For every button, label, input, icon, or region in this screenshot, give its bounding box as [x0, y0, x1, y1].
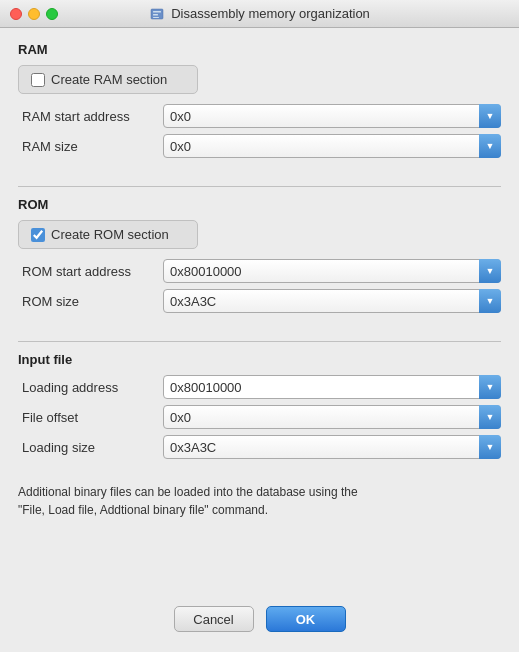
- loading-size-label: Loading size: [18, 440, 163, 455]
- ram-label: RAM: [18, 42, 501, 57]
- info-text-block: Additional binary files can be loaded in…: [18, 483, 501, 596]
- loading-size-wrapper: 0x3A3C: [163, 435, 501, 459]
- ram-start-address-wrapper: 0x0: [163, 104, 501, 128]
- button-row: Cancel OK: [18, 596, 501, 638]
- loading-size-row: Loading size 0x3A3C: [18, 435, 501, 459]
- file-offset-wrapper: 0x0: [163, 405, 501, 429]
- file-offset-row: File offset 0x0: [18, 405, 501, 429]
- loading-address-label: Loading address: [18, 380, 163, 395]
- input-file-section: Input file Loading address File offset 0…: [18, 352, 501, 465]
- loading-size-select[interactable]: 0x3A3C: [163, 435, 501, 459]
- rom-size-row: ROM size 0x3A3C: [18, 289, 501, 313]
- create-ram-checkbox[interactable]: [31, 73, 45, 87]
- input-file-label: Input file: [18, 352, 501, 367]
- create-ram-label: Create RAM section: [51, 72, 167, 87]
- rom-size-wrapper: 0x3A3C: [163, 289, 501, 313]
- titlebar: Disassembly memory organization: [0, 0, 519, 28]
- maximize-button[interactable]: [46, 8, 58, 20]
- create-ram-checkbox-row[interactable]: Create RAM section: [18, 65, 198, 94]
- ram-size-row: RAM size 0x0: [18, 134, 501, 158]
- close-button[interactable]: [10, 8, 22, 20]
- create-rom-checkbox[interactable]: [31, 228, 45, 242]
- file-offset-select[interactable]: 0x0: [163, 405, 501, 429]
- ram-start-address-label: RAM start address: [18, 109, 163, 124]
- ram-size-select[interactable]: 0x0: [163, 134, 501, 158]
- loading-address-wrapper: [163, 375, 501, 399]
- ram-section: RAM Create RAM section RAM start address…: [18, 42, 501, 164]
- rom-section: ROM Create ROM section ROM start address…: [18, 197, 501, 319]
- cancel-button[interactable]: Cancel: [174, 606, 254, 632]
- rom-start-address-label: ROM start address: [18, 264, 163, 279]
- rom-inputfile-divider: [18, 341, 501, 342]
- window-title: Disassembly memory organization: [171, 6, 370, 21]
- loading-address-input[interactable]: [163, 375, 501, 399]
- rom-start-address-row: ROM start address 0x80010000: [18, 259, 501, 283]
- rom-start-address-select[interactable]: 0x80010000: [163, 259, 501, 283]
- ram-rom-divider: [18, 186, 501, 187]
- info-line2: "File, Load file, Addtional binary file"…: [18, 503, 268, 517]
- titlebar-icon: [149, 6, 165, 22]
- rom-label: ROM: [18, 197, 501, 212]
- rom-size-select[interactable]: 0x3A3C: [163, 289, 501, 313]
- svg-rect-1: [153, 11, 161, 13]
- window-controls[interactable]: [10, 8, 58, 20]
- ram-size-label: RAM size: [18, 139, 163, 154]
- rom-start-address-wrapper: 0x80010000: [163, 259, 501, 283]
- svg-rect-2: [153, 14, 158, 16]
- ram-start-address-row: RAM start address 0x0: [18, 104, 501, 128]
- rom-size-label: ROM size: [18, 294, 163, 309]
- ram-start-address-select[interactable]: 0x0: [163, 104, 501, 128]
- create-rom-checkbox-row[interactable]: Create ROM section: [18, 220, 198, 249]
- create-rom-label: Create ROM section: [51, 227, 169, 242]
- ok-button[interactable]: OK: [266, 606, 346, 632]
- ram-size-wrapper: 0x0: [163, 134, 501, 158]
- loading-address-row: Loading address: [18, 375, 501, 399]
- svg-rect-3: [153, 17, 159, 18]
- minimize-button[interactable]: [28, 8, 40, 20]
- dialog-content: RAM Create RAM section RAM start address…: [0, 28, 519, 652]
- file-offset-label: File offset: [18, 410, 163, 425]
- info-line1: Additional binary files can be loaded in…: [18, 485, 358, 499]
